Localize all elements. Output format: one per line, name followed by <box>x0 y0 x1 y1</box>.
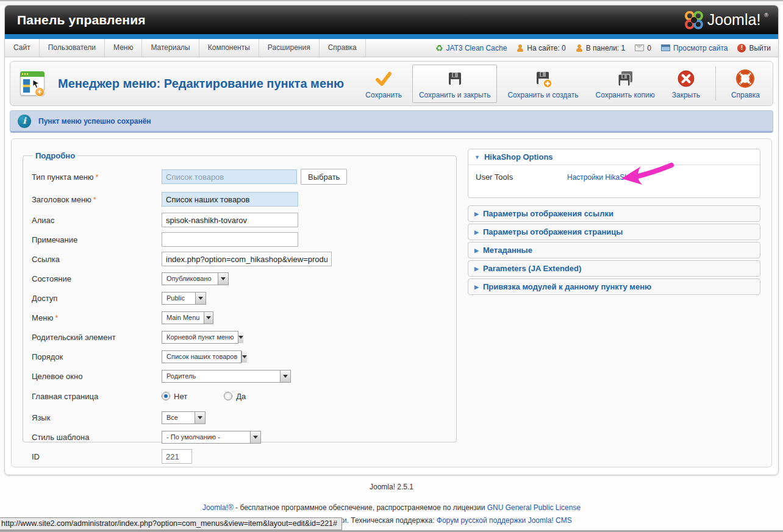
toolbar-buttons: Сохранить Сохранить и закрыть Сохранить … <box>359 65 767 103</box>
joomla-logo: Joomla! ® <box>684 5 768 34</box>
ordering-select[interactable]: Список наших товаров <box>162 350 241 363</box>
field-id: ID <box>32 449 448 464</box>
link-input[interactable] <box>162 252 332 266</box>
metadata-header[interactable]: ▶ Метаданные <box>468 243 760 258</box>
menu-components[interactable]: Компоненты <box>199 39 259 57</box>
hikashop-options-body: User Tools Настройки HikaShop <box>468 165 760 197</box>
id-input <box>162 449 192 464</box>
chevron-collapsed-icon: ▶ <box>474 229 479 235</box>
help-button[interactable]: Справка <box>724 65 767 103</box>
menu-site[interactable]: Сайт <box>5 39 40 57</box>
close-icon <box>676 69 696 88</box>
save-close-button[interactable]: Сохранить и закрыть <box>412 65 497 103</box>
module-assignment-header[interactable]: ▶ Привязка модулей к данному пункту меню <box>468 279 760 294</box>
preview-site-link[interactable]: Просмотр сайта <box>661 44 728 52</box>
chevron-down-icon <box>280 371 290 382</box>
ja-extended-header[interactable]: ▶ Parameters (JA Extended) <box>468 261 760 276</box>
menubar-spacer <box>366 39 435 57</box>
field-language: Язык Все <box>32 410 448 425</box>
home-no-radio[interactable] <box>162 392 170 400</box>
chevron-collapsed-icon: ▶ <box>474 284 479 290</box>
messages-counter[interactable]: 0 <box>635 44 651 52</box>
field-menu-title: Заголовок меню* <box>32 192 448 207</box>
header-blue-stripe <box>5 34 778 39</box>
hikashop-options-header[interactable]: ▼ HikaShop Options <box>468 149 760 165</box>
admins-counter: В панели: 1 <box>576 44 625 52</box>
menu-menus[interactable]: Меню <box>105 39 142 57</box>
menu-extensions[interactable]: Расширения <box>259 39 320 57</box>
gnu-license-link[interactable]: GNU General Public License <box>487 503 581 512</box>
target-window-select[interactable]: Родитель <box>162 370 291 383</box>
menu-help[interactable]: Справка <box>320 39 366 57</box>
browser-top-edge <box>0 0 783 5</box>
status-bar-url: http://www.site2.com/administrator/index… <box>0 517 342 530</box>
save-new-button[interactable]: Сохранить и создать <box>501 65 585 103</box>
chevron-down-icon <box>195 412 205 424</box>
field-ordering: Порядок Список наших товаров <box>32 349 448 364</box>
status-select[interactable]: Опубликовано <box>162 272 229 285</box>
chevron-expanded-icon: ▼ <box>474 154 480 160</box>
menu-manager-icon: + <box>20 70 48 97</box>
field-menu-location: Меню* Main Menu <box>32 310 448 325</box>
main-menubar: Сайт Пользователи Меню Материалы Компоне… <box>5 39 778 57</box>
chevron-down-icon <box>195 293 206 304</box>
joomla-version: Joomla! 2.5.1 <box>0 483 783 491</box>
field-menu-item-type: Тип пункта меню* Выбрать <box>32 169 448 185</box>
link-options-header[interactable]: ▶ Параметры отображения ссылки <box>468 206 760 221</box>
user-icon <box>576 44 583 52</box>
chevron-collapsed-icon: ▶ <box>474 266 479 272</box>
admin-header: Панель управления Joomla! ® <box>5 5 778 34</box>
user-icon <box>517 44 524 52</box>
details-fieldset: Подробно Тип пункта меню* Выбрать Заголо… <box>23 151 457 442</box>
template-style-select[interactable]: - По умолчанию - <box>162 431 261 444</box>
save-button[interactable]: Сохранить <box>359 65 409 103</box>
field-note: Примечание <box>32 232 448 247</box>
menu-users[interactable]: Пользователи <box>40 39 105 57</box>
field-home-page: Главная страница Нет Да <box>32 389 448 403</box>
joomla-link[interactable]: Joomla!® <box>202 503 234 512</box>
close-button[interactable]: Закрыть <box>665 65 707 103</box>
menu-content[interactable]: Материалы <box>142 39 199 57</box>
field-template-style: Стиль шаблона - По умолчанию - <box>32 430 448 444</box>
details-legend: Подробно <box>33 151 77 160</box>
system-message: i Пункт меню успешно сохранён <box>10 110 773 133</box>
hikashop-settings-link[interactable]: Настройки HikaShop <box>567 173 637 182</box>
floppy-plus-icon <box>533 69 552 88</box>
note-input[interactable] <box>162 232 298 247</box>
page-display-panel: ▶ Параметры отображения страницы <box>468 224 760 240</box>
footer-license-line: Joomla!® - бесплатное программное обеспе… <box>0 503 783 512</box>
alias-input[interactable] <box>162 213 298 227</box>
select-type-button[interactable]: Выбрать <box>301 169 347 185</box>
home-yes-radio[interactable] <box>224 392 232 400</box>
field-target-window: Целевое окно Родитель <box>32 369 448 383</box>
field-alias: Алиас <box>32 213 448 227</box>
field-access: Доступ Public <box>32 291 448 305</box>
mail-icon <box>635 44 644 51</box>
chevron-down-icon <box>241 351 247 363</box>
floppy-icon <box>445 69 465 88</box>
site-window-icon <box>661 44 670 51</box>
clean-cache-link[interactable]: ♻ JAT3 Clean Cache <box>435 43 507 53</box>
joomla-logo-reg: ® <box>764 12 768 18</box>
joomla-logo-text: Joomla! <box>707 11 761 29</box>
menu-title-input[interactable] <box>162 192 298 207</box>
metadata-panel: ▶ Метаданные <box>468 242 760 258</box>
admin-window: Панель управления Joomla! ® Сайт Пользов… <box>4 5 779 475</box>
parent-select[interactable]: Корневой пункт меню <box>162 331 238 344</box>
page-display-header[interactable]: ▶ Параметры отображения страницы <box>468 224 760 239</box>
required-asterisk: * <box>96 172 99 182</box>
chevron-down-icon <box>204 312 213 324</box>
support-forum-link[interactable]: Форум русской поддержки Joomla! CMS <box>437 516 572 525</box>
language-select[interactable]: Все <box>162 411 206 424</box>
access-select[interactable]: Public <box>162 292 206 305</box>
chevron-down-icon <box>238 332 243 343</box>
save-copy-button[interactable]: Сохранить копию <box>588 65 661 103</box>
info-icon: i <box>18 115 31 128</box>
required-asterisk: * <box>55 313 58 322</box>
message-text: Пункт меню успешно сохранён <box>38 117 151 126</box>
page-toolbar: + Менеджер меню: Редактирование пункта м… <box>10 61 773 106</box>
menu-select[interactable]: Main Menu <box>162 311 213 324</box>
toolbar-divider <box>715 66 716 101</box>
menu-item-type-input <box>162 169 297 184</box>
logout-link[interactable]: ! Выйти <box>737 44 771 52</box>
